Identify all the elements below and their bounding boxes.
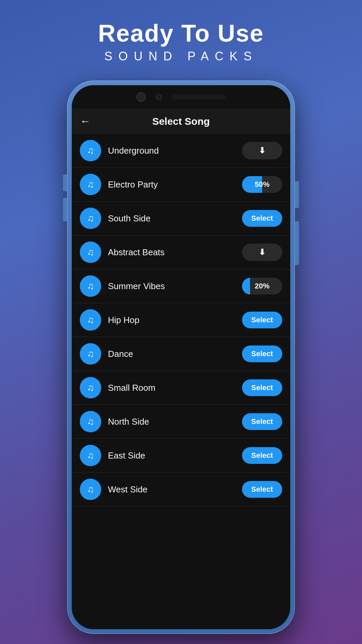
music-note-icon: ♫: [87, 382, 94, 393]
download-button[interactable]: ⬇: [242, 244, 282, 261]
select-button[interactable]: Select: [242, 312, 282, 328]
page-title-main: Ready To Use: [0, 20, 362, 47]
song-name: Dance: [108, 349, 235, 359]
music-note-icon: ♫: [87, 213, 94, 224]
volume-buttons: [63, 174, 67, 221]
music-icon: ♫: [80, 343, 101, 365]
song-item: ♫North SideSelect: [72, 405, 290, 439]
song-item: ♫Hip HopSelect: [72, 303, 290, 337]
camera-dot: [156, 94, 162, 100]
song-name: East Side: [108, 450, 235, 461]
song-item: ♫Abstract Beats⬇: [72, 235, 290, 269]
music-note-icon: ♫: [87, 281, 94, 291]
camera-bar: [72, 85, 290, 109]
music-note-icon: ♫: [87, 450, 94, 461]
music-icon: ♫: [80, 140, 101, 161]
song-item: ♫Underground⬇: [72, 134, 290, 168]
song-name: Hip Hop: [108, 315, 235, 325]
music-note-icon: ♫: [87, 348, 94, 359]
song-item: ♫East SideSelect: [72, 439, 290, 473]
song-name: West Side: [108, 484, 235, 495]
song-name: North Side: [108, 417, 235, 427]
app-header: ← Select Song: [72, 109, 290, 134]
back-button[interactable]: ←: [80, 115, 90, 127]
phone-inner-screen: ← Select Song ♫Underground⬇♫Electro Part…: [72, 85, 290, 629]
music-icon: ♫: [80, 309, 101, 331]
vol-down-button: [63, 198, 67, 221]
header-section: Ready To Use SOUND PACKS: [0, 0, 362, 77]
song-name: South Side: [108, 213, 235, 224]
song-list: ♫Underground⬇♫Electro Party50%♫South Sid…: [72, 134, 290, 629]
song-name: Abstract Beats: [108, 247, 235, 258]
music-icon: ♫: [80, 275, 101, 297]
app-screen: ← Select Song ♫Underground⬇♫Electro Part…: [72, 109, 290, 629]
download-icon: ⬇: [259, 146, 265, 155]
song-item: ♫Summer Vibes20%: [72, 269, 290, 303]
music-icon: ♫: [80, 445, 101, 466]
camera-lens: [136, 92, 146, 102]
download-button[interactable]: ⬇: [242, 142, 282, 159]
song-name: Summer Vibes: [108, 281, 235, 291]
music-note-icon: ♫: [87, 247, 94, 258]
music-icon: ♫: [80, 411, 101, 432]
select-button[interactable]: Select: [242, 481, 282, 498]
select-button[interactable]: Select: [242, 413, 282, 430]
music-icon: ♫: [80, 208, 101, 229]
song-name: Electro Party: [108, 179, 235, 190]
song-name: Small Room: [108, 383, 235, 393]
music-icon: ♫: [80, 479, 101, 500]
song-item: ♫West SideSelect: [72, 473, 290, 506]
select-button[interactable]: Select: [242, 345, 282, 362]
select-button[interactable]: Select: [242, 447, 282, 464]
download-icon: ⬇: [259, 248, 265, 257]
progress-button[interactable]: 50%: [242, 176, 282, 193]
song-item: ♫Small RoomSelect: [72, 371, 290, 405]
music-note-icon: ♫: [87, 145, 94, 156]
phone-outer-shell: ← Select Song ♫Underground⬇♫Electro Part…: [67, 80, 295, 634]
music-note-icon: ♫: [87, 416, 94, 427]
music-note-icon: ♫: [87, 179, 94, 190]
speaker-grille: [172, 95, 226, 99]
song-item: ♫DanceSelect: [72, 337, 290, 371]
page-title-sub: SOUND PACKS: [0, 49, 362, 63]
progress-button[interactable]: 20%: [242, 278, 282, 294]
select-button[interactable]: Select: [242, 210, 282, 227]
screen-title: Select Song: [152, 116, 210, 127]
song-item: ♫South SideSelect: [72, 202, 290, 235]
phone-mockup: ← Select Song ♫Underground⬇♫Electro Part…: [67, 80, 295, 634]
vol-up-button: [63, 174, 67, 191]
music-icon: ♫: [80, 174, 101, 195]
music-note-icon: ♫: [87, 484, 94, 495]
music-icon: ♫: [80, 241, 101, 263]
music-note-icon: ♫: [87, 315, 94, 325]
song-item: ♫Electro Party50%: [72, 168, 290, 202]
song-name: Underground: [108, 146, 235, 156]
music-icon: ♫: [80, 377, 101, 398]
select-button[interactable]: Select: [242, 379, 282, 396]
